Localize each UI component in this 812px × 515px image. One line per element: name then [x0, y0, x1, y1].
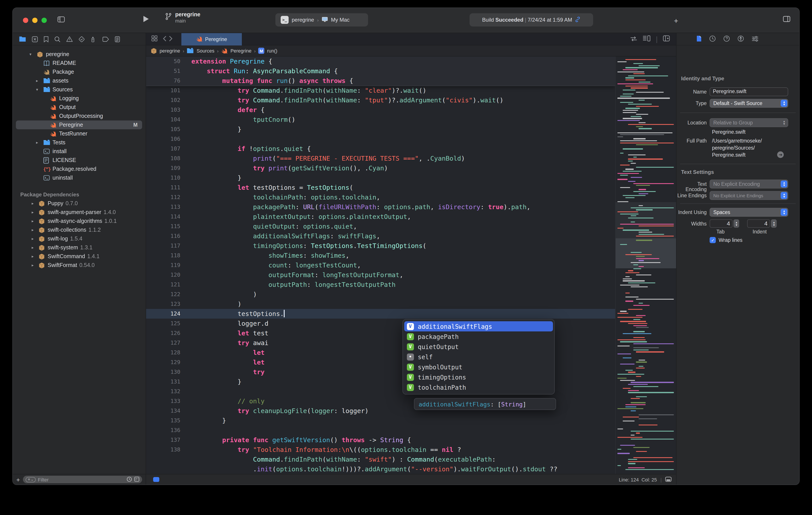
- completion-item-packagePath[interactable]: VpackagePath: [404, 332, 553, 342]
- code-line-135[interactable]: 135 }: [146, 416, 615, 425]
- dependency-swiftformat[interactable]: ▸SwiftFormat0.54.0: [13, 261, 145, 269]
- code-line-117[interactable]: 117 timingOptions: TestOptions.TestTimin…: [146, 241, 615, 251]
- disclosure-triangle[interactable]: ▸: [30, 263, 35, 267]
- editor-tab-peregrine[interactable]: Peregrine: [181, 33, 242, 46]
- scm-changes-icon[interactable]: [134, 477, 139, 483]
- filter-options-icon[interactable]: ≡⌄: [26, 477, 35, 482]
- code-line-119[interactable]: 119 count: longestTestCount,: [146, 260, 615, 270]
- code-line-101[interactable]: 101 try Command.findInPath(withName: "cl…: [146, 86, 615, 95]
- code-line-106[interactable]: 106: [146, 134, 615, 144]
- dependency-swift-async-algorithms[interactable]: ▸swift-async-algorithms1.0.1: [13, 217, 145, 226]
- disclosure-triangle[interactable]: ▸: [35, 140, 39, 145]
- navigator-item-peregrine[interactable]: PeregrineM: [13, 120, 145, 129]
- dependency-swift-collections[interactable]: ▸swift-collections1.1.2: [13, 226, 145, 234]
- search-navigator-icon[interactable]: [54, 36, 60, 42]
- code-line-118[interactable]: 118 showTimes: showTimes,: [146, 251, 615, 260]
- code-line-50[interactable]: 50extension Peregrine {: [146, 56, 615, 66]
- code-line-wrap[interactable]: .init(options.toolchain!)))?.addArgument…: [146, 464, 615, 474]
- toggle-left-sidebar-icon[interactable]: [57, 16, 65, 24]
- add-editor-split-icon[interactable]: [663, 35, 670, 43]
- location-dropdown[interactable]: Relative to Group ▲▼: [710, 118, 788, 127]
- code-editor[interactable]: 101 try Command.findInPath(withName: "cl…: [146, 56, 676, 474]
- sliders-inspector-icon[interactable]: [752, 35, 759, 42]
- tab-width-field[interactable]: [710, 219, 733, 228]
- code-line-113[interactable]: 113 packagePath: URL(fileURLWithPath: op…: [146, 202, 615, 212]
- checkdiamond-navigator-icon[interactable]: [79, 36, 85, 42]
- navigator-item-package[interactable]: Package: [13, 67, 145, 76]
- completion-item-timingOptions[interactable]: VtimingOptions: [404, 372, 553, 382]
- filter-field[interactable]: ≡⌄ Filter: [23, 476, 142, 483]
- code-line-104[interactable]: 104 tputCnorm(): [146, 115, 615, 124]
- navigator-item-assets[interactable]: ▸assets: [13, 76, 145, 85]
- navigator-item-readme[interactable]: README: [13, 59, 145, 67]
- listdoc-navigator-icon[interactable]: [115, 36, 120, 42]
- breadcrumb-run-[interactable]: run(): [267, 48, 277, 53]
- open-in-finder-arrow-icon[interactable]: ➔: [777, 151, 784, 158]
- spray-navigator-icon[interactable]: [90, 36, 97, 42]
- dependency-swift-system[interactable]: ▸swift-system1.3.1: [13, 243, 145, 252]
- code-line-wrap[interactable]: Command.findInPath(withName: "swift") : …: [146, 455, 615, 464]
- recent-files-icon[interactable]: [126, 477, 132, 483]
- code-line-120[interactable]: 120 outputFormat: longTestOutputFormat,: [146, 270, 615, 280]
- go-back-icon[interactable]: [163, 35, 166, 43]
- warning-navigator-icon[interactable]: [66, 36, 73, 42]
- completion-item-self[interactable]: •self: [404, 352, 553, 362]
- navigator-item-license[interactable]: LICENSE: [13, 156, 145, 165]
- help-inspector-icon[interactable]: [724, 35, 730, 43]
- disclosure-triangle[interactable]: ▸: [30, 246, 35, 250]
- navigator-item-uninstall[interactable]: uninstall: [13, 173, 145, 182]
- dependency-puppy[interactable]: ▸Puppy0.7.0: [13, 199, 145, 208]
- disclosure-triangle[interactable]: ▾: [35, 87, 39, 92]
- navigator-item-outputprocessing[interactable]: OutputProcessing: [13, 112, 145, 120]
- clock-inspector-icon[interactable]: [709, 35, 716, 43]
- disclosure-triangle[interactable]: ▸: [30, 210, 35, 214]
- code-line-105[interactable]: 105 }: [146, 124, 615, 134]
- disclosure-triangle[interactable]: ▸: [30, 201, 35, 206]
- code-line-116[interactable]: 116 additionalSwiftFlags: swiftFlags,: [146, 231, 615, 241]
- indent-width-stepper[interactable]: ▲▼: [771, 219, 777, 228]
- minimize-window-button[interactable]: [32, 18, 37, 23]
- code-line-109[interactable]: 109 try print(getSwiftVersion(), .Cyan): [146, 163, 615, 173]
- code-line-137[interactable]: 137 private func getSwiftVersion() throw…: [146, 435, 615, 445]
- code-line-114[interactable]: 114 plaintextOutput: options.plaintextOu…: [146, 212, 615, 222]
- tab-overview-icon[interactable]: [151, 35, 157, 43]
- add-tab-button[interactable]: +: [674, 17, 678, 26]
- code-line-107[interactable]: 107 if !options.quiet {: [146, 144, 615, 153]
- disclosure-triangle[interactable]: ▾: [28, 52, 33, 56]
- editor-indicator-icon[interactable]: [153, 477, 159, 482]
- code-line-124[interactable]: 124 testOptions.: [146, 309, 615, 319]
- code-line-136[interactable]: 136: [146, 425, 615, 435]
- completion-item-additionalSwiftFlags[interactable]: VadditionalSwiftFlags: [404, 321, 553, 332]
- code-line-123[interactable]: 123 ): [146, 299, 615, 309]
- code-line-138[interactable]: 138 try "Toolchain Information:\n\((opti…: [146, 445, 615, 455]
- code-line-121[interactable]: 121 outputPath: longestTestOutputPath: [146, 280, 615, 289]
- dependency-swift-argument-parser[interactable]: ▸swift-argument-parser1.4.0: [13, 208, 145, 217]
- disclosure-triangle[interactable]: ▸: [35, 79, 39, 83]
- navigator-item-testrunner[interactable]: TestRunner: [13, 129, 145, 138]
- disclosure-triangle[interactable]: ▸: [30, 228, 35, 232]
- code-line-111[interactable]: 111 let testOptions = TestOptions(: [146, 183, 615, 192]
- bookmark-navigator-icon[interactable]: [44, 36, 49, 42]
- indent-width-field[interactable]: [747, 219, 770, 228]
- scheme-destination[interactable]: My Mac: [331, 17, 349, 23]
- code-line-110[interactable]: 110 }: [146, 173, 615, 183]
- navigator-item-package-resolved[interactable]: {“}Package.resolved: [13, 165, 145, 173]
- navigator-item-sources[interactable]: ▾Sources: [13, 85, 145, 94]
- navigator-item-tests[interactable]: ▸Tests: [13, 138, 145, 147]
- code-line-108[interactable]: 108 print("=== PEREGRINE - EXECUTING TES…: [146, 153, 615, 163]
- navigator-item-logging[interactable]: Logging: [13, 94, 145, 103]
- line-endings-dropdown[interactable]: No Explicit Line Endings ▲▼: [710, 191, 788, 200]
- navigator-item-install[interactable]: install: [13, 147, 145, 156]
- code-line-51[interactable]: 51 struct Run: AsyncParsableCommand {: [146, 66, 615, 76]
- completion-item-symbolOutput[interactable]: VsymbolOutput: [404, 362, 553, 372]
- completion-item-toolchainPath[interactable]: VtoolchainPath: [404, 382, 553, 392]
- wrap-lines-checkbox[interactable]: ✓: [710, 237, 716, 243]
- type-dropdown[interactable]: Default - Swift Source ▲▼: [710, 99, 788, 108]
- adjust-editor-options-icon[interactable]: [642, 35, 650, 43]
- disclosure-triangle[interactable]: ▸: [30, 254, 35, 259]
- name-field[interactable]: Peregrine.swift: [710, 87, 788, 96]
- code-line-103[interactable]: 103 defer {: [146, 105, 615, 115]
- tab-width-stepper[interactable]: ▲▼: [734, 219, 740, 228]
- code-line-102[interactable]: 102 try Command.findInPath(withName: "tp…: [146, 95, 615, 105]
- code-line-76[interactable]: 76 mutating func run() async throws {: [146, 76, 615, 86]
